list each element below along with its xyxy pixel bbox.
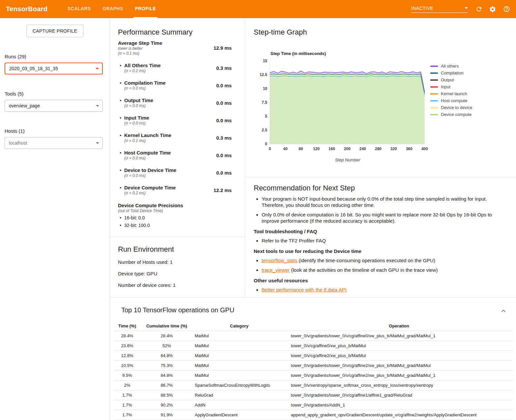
settings-gear-icon[interactable] [488,5,497,14]
metric-value: 0.0 ms [216,83,232,88]
legend-label: Kernel launch [441,91,467,96]
header-actions: INACTIVE [411,0,511,18]
metric-value: 0.3 ms [216,65,232,71]
summary-column: Performance Summary Average Step Time lo… [110,18,245,297]
runs-value: 2020_03_05_18_31_35 [9,66,58,71]
step-time-chart-svg: 02.557.51012.515040801201602002402803203… [255,39,453,164]
refresh-icon[interactable] [474,5,483,14]
tool-description: (look at the activities on the timeline … [290,267,438,273]
perf-summary-item: Kernel Launch Time(σ = 0.1 ms)0.3 ms [118,132,232,143]
table-row: 1.7%88.5%ReluGradtower_0/v/gradients/tow… [114,390,513,400]
table-cell: 2% [114,380,140,390]
faq-item: Refer to the TF2 Profiler FAQ [262,238,503,244]
perf-summary-item: Output Time(σ = 0.0 ms)0.0 ms [118,97,232,108]
precision-text: 16-bit: 0.0 [124,215,145,221]
metric-value: 0.0 ms [216,100,232,106]
tab-profile[interactable]: PROFILE [133,0,158,18]
perf-item-text: Output Time(σ = 0.0 ms) [124,97,153,108]
faq-list: Refer to the TF2 Profiler FAQ [254,238,503,244]
help-icon[interactable] [502,5,511,14]
table-row: 23.6%52%MatMultower_0/v/cg/affine0/xw_pl… [114,341,513,351]
metric-sigma: (σ = 0.0 ms) [124,173,176,178]
perf-item-left: Kernel Launch Time(σ = 0.1 ms) [118,132,171,143]
svg-text:5: 5 [265,114,267,119]
table-cell: 28.4% [140,331,193,341]
legend-item: Input [430,83,472,90]
collapse-chevron-up-icon[interactable] [500,307,507,315]
table-cell: MatMul [193,331,285,341]
tools-dropdown[interactable]: overview_page [5,100,103,112]
tools-group: Tools (5) overview_page [0,91,110,112]
table-header-row: Time (%)Cumulative time (%)CategoryOpera… [114,321,513,331]
bullet-icon [120,135,121,136]
next-tools-heading: Next tools to use for reducing the Devic… [254,248,503,254]
perf-summary-item: Host Compute Time(σ = 0.0 ms)0.0 ms [118,150,232,161]
table-cell: 10.5% [114,361,140,370]
svg-text:120: 120 [313,147,320,151]
perf-item-text: Compilation Time(σ = 0.0 ms) [124,80,166,91]
table-row: 1.7%91.9%ApplyGradientDescentappend_appl… [114,410,513,420]
tool-link[interactable]: tensorflow_stats [262,258,297,263]
metric-value: 12.2 ms [214,187,232,193]
step-time-graph-card: Step-time Graph 02.557.51012.51504080120… [245,18,516,177]
metric-list: All Others Time(σ = 0.2 ms)0.3 msCompila… [118,62,232,196]
perf-item-left: Host Compute Time(σ = 0.0 ms) [118,150,171,161]
legend-label: Compilation [441,70,464,75]
device-compute-area [270,76,425,144]
tab-scalars[interactable]: SCALARS [66,0,92,18]
table-row: 1.7%90.2%AddNtower_0/v/gradients/AddN_1 [114,400,513,410]
recommendation-card: Recommendation for Next Step Your progra… [245,177,516,296]
svg-text:0: 0 [269,147,271,151]
legend-swatch [430,66,438,67]
legend-label: Output [441,77,454,82]
precision-text: 32-bit: 100.0 [124,222,150,229]
svg-text:15: 15 [263,59,268,63]
legend-label: Host compute [441,98,467,103]
perf-item-left: Device Compute Time(σ = 0.2 ms) [118,184,176,196]
top-ops-title: Top 10 TensorFlow operations on GPU [121,306,516,314]
recommendation-bullets: Your program is NOT input-bound because … [254,196,503,224]
hosts-dropdown[interactable]: localhost [5,137,103,149]
tools-value: overview_page [9,103,40,108]
bullet-icon [120,217,121,218]
perf-item-left: Output Time(σ = 0.0 ms) [118,97,153,108]
tool-suggestion: trace_viewer (look at the activities on … [262,267,503,273]
table-cell: ReluGrad [193,390,285,400]
metric-label: All Others Time [124,62,161,69]
graph-column: Step-time Graph 02.557.51012.51504080120… [245,18,516,297]
column-header: Category [193,321,285,331]
tab-bar: SCALARSGRAPHSPROFILE [66,0,166,18]
average-step-time: Average Step Time lower is better (σ = 0… [118,40,232,56]
precisions-label: Device Compute Precisions [118,202,232,209]
legend-swatch [430,79,438,81]
table-cell: ApplyGradientDescent [193,410,285,420]
run-environment-lines: Number of Hosts used: 1Device type: GPUN… [118,259,237,288]
bullet-icon [120,187,121,188]
metric-label: Device to Device Time [124,167,176,173]
bullet-icon [120,170,121,171]
recommendation-bullet: Your program is NOT input-bound because … [262,196,503,208]
status-dropdown[interactable]: INACTIVE [411,6,468,13]
table-cell: append_apply_gradient_ops/GradientDescen… [285,410,513,420]
capture-profile-button[interactable]: CAPTURE PROFILE [26,25,83,37]
table-cell: 12.8% [114,351,140,360]
svg-text:240: 240 [359,147,366,151]
svg-text:200: 200 [344,147,351,151]
runs-dropdown[interactable]: 2020_03_05_18_31_35 [5,63,103,74]
tool-link[interactable]: trace_viewer [262,267,290,273]
metric-value: 0.3 ms [216,135,232,141]
device-compute-precisions: Device Compute Precisions (out of Total … [118,202,232,229]
run-environment-title: Run Environment [118,245,237,254]
tfdata-performance-link[interactable]: Better performance with the tf.data API [262,287,347,293]
legend-item: Compilation [430,70,472,76]
svg-text:320: 320 [390,147,397,151]
perf-item-text: Input Time(σ = 0.0 ms) [124,115,149,126]
table-cell: tower_0/v/gradients/AddN_1 [285,400,513,410]
metric-value: 12.9 ms [214,45,232,51]
table-cell: 75.3% [140,361,193,370]
run-env-line: Number of Hosts used: 1 [118,259,237,265]
legend-item: Host compute [430,97,472,104]
precision-item: 32-bit: 100.0 [118,222,232,229]
perf-item-left: Input Time(σ = 0.0 ms) [118,115,149,126]
tab-graphs[interactable]: GRAPHS [101,0,125,18]
